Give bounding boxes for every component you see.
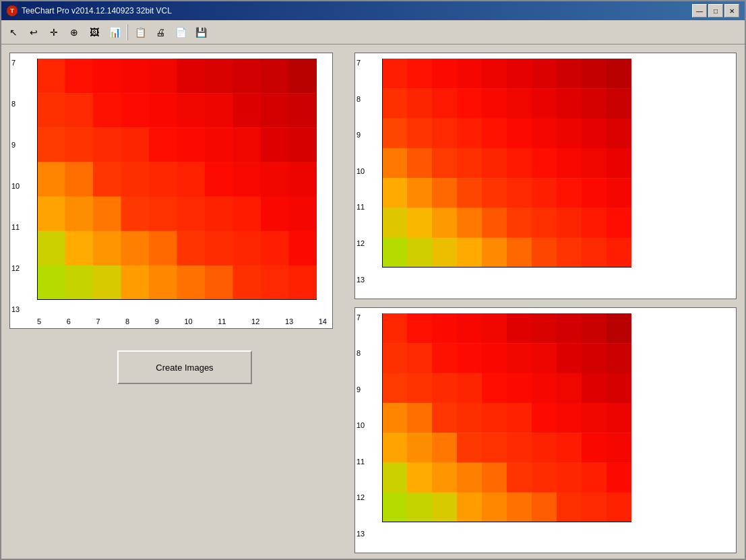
restore-button[interactable]: □ (708, 4, 723, 18)
window-title: TeeChart Pro v2014.12.140923 32bit VCL (22, 6, 172, 15)
image-tool-button[interactable]: 🖼 (85, 23, 104, 42)
large-chart: 13 12 11 10 9 8 7 5 6 7 8 9 10 11 12 13 … (9, 53, 333, 329)
zoom-tool-button[interactable]: ⊕ (65, 23, 84, 42)
large-chart-x-axis: 5 6 7 8 9 10 11 12 13 14 (37, 317, 327, 325)
export-tool-button[interactable]: 📊 (105, 23, 124, 42)
select-tool-button[interactable]: ↖ (4, 23, 23, 42)
title-bar: T TeeChart Pro v2014.12.140923 32bit VCL… (1, 1, 745, 20)
undo-tool-button[interactable]: ↩ (24, 23, 43, 42)
app-icon: T (7, 5, 18, 16)
minimize-button[interactable]: — (692, 4, 707, 18)
top-right-chart-canvas (382, 59, 631, 268)
bottom-right-chart-canvas (382, 313, 631, 522)
print-tool-button[interactable]: 🖨 (151, 23, 170, 42)
bottom-right-chart: 13 12 11 10 9 8 7 (354, 307, 737, 554)
close-button[interactable]: ✕ (724, 4, 739, 18)
bottom-right-chart-y-axis: 13 12 11 10 9 8 7 (356, 313, 365, 538)
copy-tool-button[interactable]: 📄 (171, 23, 190, 42)
large-chart-y-axis: 13 12 11 10 9 8 7 (11, 59, 20, 313)
save-tool-button[interactable]: 💾 (191, 23, 210, 42)
large-chart-canvas (37, 59, 317, 300)
toolbar: ↖ ↩ ✛ ⊕ 🖼 📊 📋 🖨 📄 💾 (1, 20, 745, 44)
pan-tool-button[interactable]: ✛ (44, 23, 63, 42)
create-images-button[interactable]: Create Images (117, 350, 252, 384)
top-right-chart: 13 12 11 10 9 8 7 (354, 53, 737, 299)
data-tool-button[interactable]: 📋 (131, 23, 150, 42)
top-right-chart-y-axis: 13 12 11 10 9 8 7 (356, 59, 365, 284)
